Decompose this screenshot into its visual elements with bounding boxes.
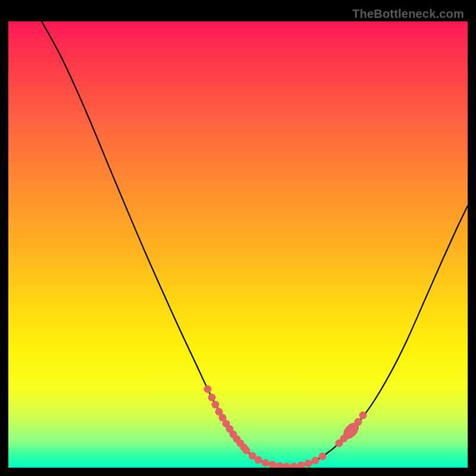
marker-dot — [290, 463, 298, 468]
marker-dot — [208, 394, 216, 402]
marker-dot — [359, 412, 367, 419]
marker-cluster-bottom — [243, 447, 327, 468]
marker-dot — [319, 453, 327, 461]
marker-dot — [283, 463, 291, 468]
marker-dot — [269, 461, 277, 468]
marker-dot — [255, 456, 262, 464]
marker-dot — [276, 462, 284, 468]
chart-frame: TheBottleneck.com — [8, 8, 468, 468]
marker-cluster-left — [204, 386, 248, 452]
chart-overlay — [8, 21, 468, 468]
bottleneck-curve — [42, 21, 468, 467]
marker-dot — [312, 457, 320, 465]
plot-area — [8, 21, 468, 468]
marker-dot — [262, 459, 270, 467]
marker-dot — [298, 462, 305, 468]
marker-dot — [305, 460, 312, 468]
marker-dot — [204, 386, 212, 393]
watermark-text: TheBottleneck.com — [352, 7, 464, 21]
marker-dot — [212, 401, 220, 409]
marker-dot — [243, 447, 250, 455]
